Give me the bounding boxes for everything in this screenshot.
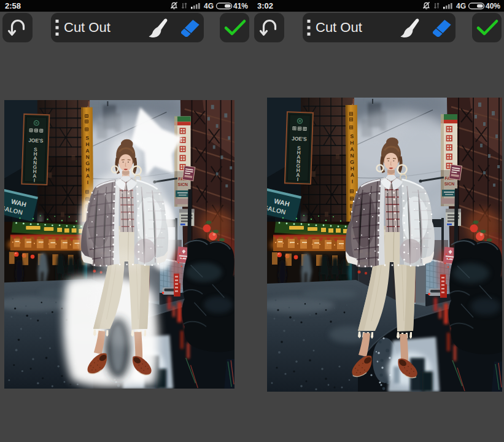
svg-text:40%: 40% <box>486 2 500 10</box>
svg-text:4G: 4G <box>204 2 214 10</box>
svg-text:41%: 41% <box>233 2 248 10</box>
